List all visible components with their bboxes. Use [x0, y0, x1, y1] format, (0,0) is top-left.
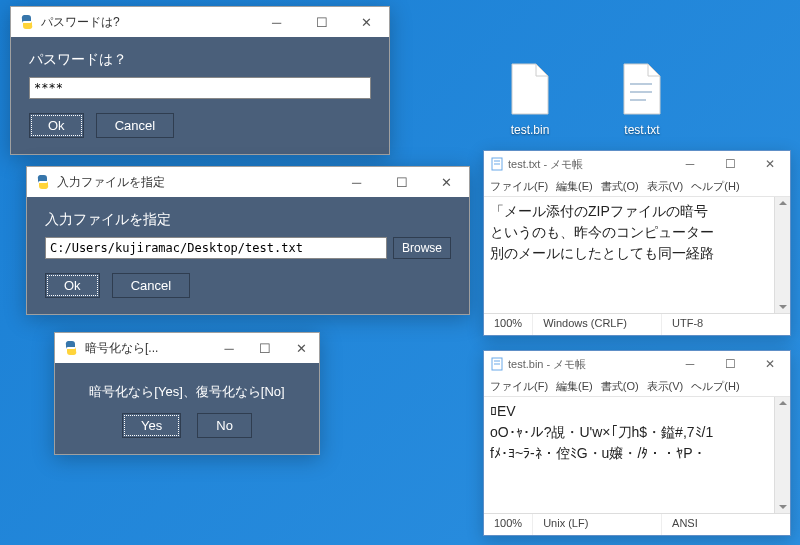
file-dialog: 入力ファイルを指定 ─ ☐ ✕ 入力ファイルを指定 Browse Ok Canc… [26, 166, 470, 315]
close-button[interactable]: ✕ [283, 333, 319, 363]
text-content[interactable]: 「メール添付のZIPファイルの暗号 というのも、昨今のコンピューター 別のメール… [484, 197, 790, 313]
minimize-button[interactable]: ─ [254, 7, 299, 37]
prompt-label: 暗号化なら[Yes]、復号化なら[No] [73, 383, 301, 401]
status-encoding: UTF-8 [662, 314, 790, 335]
desktop-file-label: test.txt [606, 123, 678, 137]
menu-file[interactable]: ファイル(F) [490, 179, 548, 194]
mode-dialog: 暗号化なら[... ─ ☐ ✕ 暗号化なら[Yes]、復号化なら[No] Yes… [54, 332, 320, 455]
yes-button[interactable]: Yes [122, 413, 181, 438]
status-bar: 100% Unix (LF) ANSI [484, 513, 790, 535]
prompt-label: 入力ファイルを指定 [45, 211, 451, 229]
maximize-button[interactable]: ☐ [299, 7, 344, 37]
status-encoding: ANSI [662, 514, 790, 535]
menu-help[interactable]: ヘルプ(H) [691, 179, 739, 194]
menu-format[interactable]: 書式(O) [601, 179, 639, 194]
menu-help[interactable]: ヘルプ(H) [691, 379, 739, 394]
titlebar[interactable]: 入力ファイルを指定 ─ ☐ ✕ [27, 167, 469, 197]
close-button[interactable]: ✕ [750, 151, 790, 177]
desktop-file-icon[interactable]: test.bin [494, 62, 566, 137]
notepad-window-txt: test.txt - メモ帳 ─ ☐ ✕ ファイル(F) 編集(E) 書式(O)… [483, 150, 791, 336]
menu-bar: ファイル(F) 編集(E) 書式(O) 表示(V) ヘルプ(H) [484, 377, 790, 397]
minimize-button[interactable]: ─ [211, 333, 247, 363]
file-icon [508, 62, 552, 116]
maximize-button[interactable]: ☐ [710, 351, 750, 377]
ok-button[interactable]: Ok [45, 273, 100, 298]
password-dialog: パスワードは? ─ ☐ ✕ パスワードは？ Ok Cancel [10, 6, 390, 155]
text-line: oO･ｬ･ル?覘・U'w×｢刀h$・鎰#,7ﾐ/1 [490, 422, 784, 443]
notepad-window-bin: test.bin - メモ帳 ─ ☐ ✕ ファイル(F) 編集(E) 書式(O)… [483, 350, 791, 536]
notepad-icon [490, 357, 504, 371]
desktop-file-icon[interactable]: test.txt [606, 62, 678, 137]
file-icon [620, 62, 664, 116]
minimize-button[interactable]: ─ [670, 151, 710, 177]
maximize-button[interactable]: ☐ [247, 333, 283, 363]
menu-view[interactable]: 表示(V) [647, 179, 684, 194]
menu-bar: ファイル(F) 編集(E) 書式(O) 表示(V) ヘルプ(H) [484, 177, 790, 197]
vertical-scrollbar[interactable] [774, 197, 790, 313]
text-content[interactable]: ﾛEV oO･ｬ･ル?覘・U'w×｢刀h$・鎰#,7ﾐ/1 fﾒ･ﾖ~ﾗ-ﾈ・倥… [484, 397, 790, 513]
ok-button[interactable]: Ok [29, 113, 84, 138]
menu-format[interactable]: 書式(O) [601, 379, 639, 394]
vertical-scrollbar[interactable] [774, 397, 790, 513]
maximize-button[interactable]: ☐ [379, 167, 424, 197]
python-icon [35, 174, 51, 190]
menu-edit[interactable]: 編集(E) [556, 179, 593, 194]
notepad-icon [490, 157, 504, 171]
file-path-input[interactable] [45, 237, 387, 259]
titlebar[interactable]: test.bin - メモ帳 ─ ☐ ✕ [484, 351, 790, 377]
text-line: ﾛEV [490, 401, 784, 422]
status-zoom: 100% [484, 314, 533, 335]
status-bar: 100% Windows (CRLF) UTF-8 [484, 313, 790, 335]
menu-edit[interactable]: 編集(E) [556, 379, 593, 394]
close-button[interactable]: ✕ [424, 167, 469, 197]
cancel-button[interactable]: Cancel [112, 273, 190, 298]
python-icon [19, 14, 35, 30]
titlebar[interactable]: test.txt - メモ帳 ─ ☐ ✕ [484, 151, 790, 177]
window-title: test.bin - メモ帳 [508, 357, 586, 372]
minimize-button[interactable]: ─ [670, 351, 710, 377]
window-title: 入力ファイルを指定 [57, 174, 165, 191]
titlebar[interactable]: パスワードは? ─ ☐ ✕ [11, 7, 389, 37]
status-eol: Unix (LF) [533, 514, 662, 535]
prompt-label: パスワードは？ [29, 51, 371, 69]
window-title: test.txt - メモ帳 [508, 157, 583, 172]
text-line: 「メール添付のZIPファイルの暗号 [490, 201, 784, 222]
cancel-button[interactable]: Cancel [96, 113, 174, 138]
menu-file[interactable]: ファイル(F) [490, 379, 548, 394]
text-line: 別のメールにしたとしても同一経路 [490, 243, 784, 264]
text-line: fﾒ･ﾖ~ﾗ-ﾈ・倥ﾐG・u嬢・/ﾀ・・ﾔP ･ [490, 443, 784, 464]
text-line: というのも、昨今のコンピューター [490, 222, 784, 243]
close-button[interactable]: ✕ [750, 351, 790, 377]
menu-view[interactable]: 表示(V) [647, 379, 684, 394]
window-title: パスワードは? [41, 14, 120, 31]
status-zoom: 100% [484, 514, 533, 535]
no-button[interactable]: No [197, 413, 252, 438]
desktop-file-label: test.bin [494, 123, 566, 137]
python-icon [63, 340, 79, 356]
close-button[interactable]: ✕ [344, 7, 389, 37]
status-eol: Windows (CRLF) [533, 314, 662, 335]
titlebar[interactable]: 暗号化なら[... ─ ☐ ✕ [55, 333, 319, 363]
maximize-button[interactable]: ☐ [710, 151, 750, 177]
window-title: 暗号化なら[... [85, 340, 158, 357]
password-input[interactable] [29, 77, 371, 99]
browse-button[interactable]: Browse [393, 237, 451, 259]
minimize-button[interactable]: ─ [334, 167, 379, 197]
